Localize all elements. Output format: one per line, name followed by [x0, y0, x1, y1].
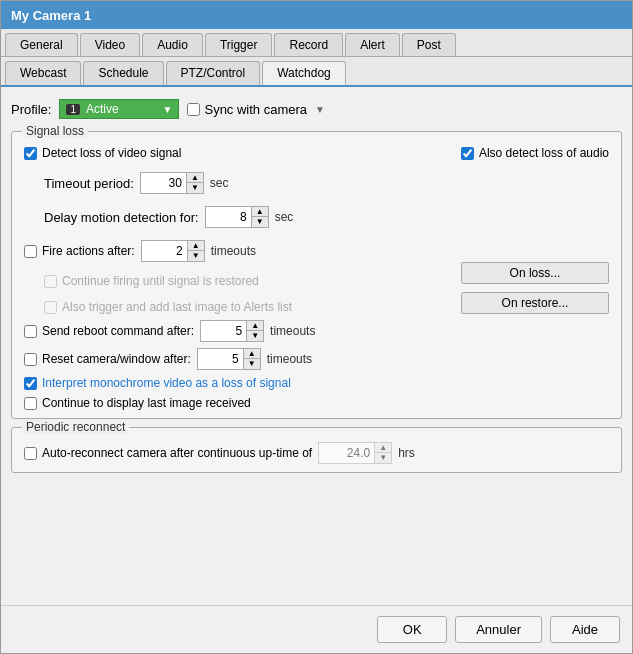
delay-input[interactable]	[206, 208, 251, 226]
reconnect-spinner-buttons: ▲ ▼	[374, 443, 391, 463]
reset-unit: timeouts	[267, 352, 312, 366]
reconnect-up-button[interactable]: ▲	[375, 443, 391, 453]
detect-audio-row: Also detect loss of audio	[461, 146, 609, 160]
tab-trigger[interactable]: Trigger	[205, 33, 273, 56]
auto-reconnect-row: Auto-reconnect camera after continuous u…	[24, 442, 609, 464]
reset-up-button[interactable]: ▲	[244, 349, 260, 359]
tab-watchdog[interactable]: Watchdog	[262, 61, 346, 85]
tab-schedule[interactable]: Schedule	[83, 61, 163, 85]
interpret-mono-checkbox[interactable]	[24, 377, 37, 390]
fire-unit: timeouts	[211, 244, 256, 258]
detect-audio-text: Also detect loss of audio	[479, 146, 609, 160]
signal-loss-title: Signal loss	[22, 124, 88, 138]
continue-display-label[interactable]: Continue to display last image received	[24, 396, 251, 410]
also-trigger-checkbox[interactable]	[44, 301, 57, 314]
reconnect-input[interactable]	[319, 444, 374, 462]
tab-record[interactable]: Record	[274, 33, 343, 56]
continue-firing-checkbox[interactable]	[44, 275, 57, 288]
sync-with-camera-label[interactable]: Sync with camera	[187, 102, 307, 117]
timeout-spinner-buttons: ▲ ▼	[186, 173, 203, 193]
profile-value: Active	[86, 102, 119, 116]
chevron-down-icon: ▼	[163, 104, 173, 115]
continue-display-checkbox[interactable]	[24, 397, 37, 410]
reconnect-unit: hrs	[398, 446, 415, 460]
reboot-spinner[interactable]: ▲ ▼	[200, 320, 264, 342]
on-restore-button[interactable]: On restore...	[461, 292, 609, 314]
tab-post[interactable]: Post	[402, 33, 456, 56]
detect-audio-label[interactable]: Also detect loss of audio	[461, 146, 609, 160]
help-button[interactable]: Aide	[550, 616, 620, 643]
fire-spinner[interactable]: ▲ ▼	[141, 240, 205, 262]
reboot-input[interactable]	[201, 322, 246, 340]
fire-spinner-buttons: ▲ ▼	[187, 241, 204, 261]
timeout-spinner[interactable]: ▲ ▼	[140, 172, 204, 194]
reset-camera-text: Reset camera/window after:	[42, 352, 191, 366]
delay-row: Delay motion detection for: ▲ ▼ sec	[44, 206, 449, 228]
timeout-unit: sec	[210, 176, 229, 190]
tab-alert[interactable]: Alert	[345, 33, 400, 56]
send-reboot-checkbox[interactable]	[24, 325, 37, 338]
fire-actions-text: Fire actions after:	[42, 244, 135, 258]
detect-video-row: Detect loss of video signal	[24, 146, 449, 160]
signal-loss-right-col: Also detect loss of audio On loss... On …	[461, 146, 609, 314]
auto-reconnect-label[interactable]: Auto-reconnect camera after continuous u…	[24, 446, 312, 460]
tab-webcast[interactable]: Webcast	[5, 61, 81, 85]
tab-row-2: Webcast Schedule PTZ/Control Watchdog	[1, 57, 632, 87]
timeout-input[interactable]	[141, 174, 186, 192]
fire-actions-checkbox[interactable]	[24, 245, 37, 258]
reconnect-spinner[interactable]: ▲ ▼	[318, 442, 392, 464]
fire-actions-label[interactable]: Fire actions after:	[24, 244, 135, 258]
sync-with-camera-text: Sync with camera	[204, 102, 307, 117]
timeout-down-button[interactable]: ▼	[187, 183, 203, 193]
reconnect-down-button[interactable]: ▼	[375, 453, 391, 463]
reboot-up-button[interactable]: ▲	[247, 321, 263, 331]
reset-camera-checkbox[interactable]	[24, 353, 37, 366]
continue-display-text: Continue to display last image received	[42, 396, 251, 410]
delay-spinner-buttons: ▲ ▼	[251, 207, 268, 227]
interpret-mono-label[interactable]: Interpret monochrome video as a loss of …	[24, 376, 291, 390]
send-reboot-label[interactable]: Send reboot command after:	[24, 324, 194, 338]
on-loss-button[interactable]: On loss...	[461, 262, 609, 284]
reboot-down-button[interactable]: ▼	[247, 331, 263, 341]
tab-ptz-control[interactable]: PTZ/Control	[166, 61, 261, 85]
also-trigger-label[interactable]: Also trigger and add last image to Alert…	[44, 300, 292, 314]
detect-video-label[interactable]: Detect loss of video signal	[24, 146, 181, 160]
timeout-label: Timeout period:	[44, 176, 134, 191]
auto-reconnect-checkbox[interactable]	[24, 447, 37, 460]
also-trigger-row: Also trigger and add last image to Alert…	[44, 300, 449, 314]
sync-with-camera-checkbox[interactable]	[187, 103, 200, 116]
also-trigger-text: Also trigger and add last image to Alert…	[62, 300, 292, 314]
reset-spinner[interactable]: ▲ ▼	[197, 348, 261, 370]
reset-camera-row: Reset camera/window after: ▲ ▼ timeouts	[24, 348, 609, 370]
main-window: My Camera 1 General Video Audio Trigger …	[0, 0, 633, 654]
cancel-button[interactable]: Annuler	[455, 616, 542, 643]
continue-firing-label[interactable]: Continue firing until signal is restored	[44, 274, 259, 288]
fire-input[interactable]	[142, 242, 187, 260]
fire-down-button[interactable]: ▼	[188, 251, 204, 261]
periodic-reconnect-title: Periodic reconnect	[22, 420, 129, 434]
chevron-down-icon-sync: ▼	[315, 104, 325, 115]
fire-up-button[interactable]: ▲	[188, 241, 204, 251]
tab-audio[interactable]: Audio	[142, 33, 203, 56]
window-title: My Camera 1	[11, 8, 91, 23]
ok-button[interactable]: OK	[377, 616, 447, 643]
continue-firing-text: Continue firing until signal is restored	[62, 274, 259, 288]
reboot-unit: timeouts	[270, 324, 315, 338]
interpret-mono-row: Interpret monochrome video as a loss of …	[24, 376, 609, 390]
reset-camera-label[interactable]: Reset camera/window after:	[24, 352, 191, 366]
detect-video-checkbox[interactable]	[24, 147, 37, 160]
delay-down-button[interactable]: ▼	[252, 217, 268, 227]
delay-spinner[interactable]: ▲ ▼	[205, 206, 269, 228]
tab-general[interactable]: General	[5, 33, 78, 56]
reset-down-button[interactable]: ▼	[244, 359, 260, 369]
send-reboot-row: Send reboot command after: ▲ ▼ timeouts	[24, 320, 609, 342]
detect-audio-checkbox[interactable]	[461, 147, 474, 160]
timeout-up-button[interactable]: ▲	[187, 173, 203, 183]
reset-input[interactable]	[198, 350, 243, 368]
delay-up-button[interactable]: ▲	[252, 207, 268, 217]
timeout-row: Timeout period: ▲ ▼ sec	[44, 172, 449, 194]
fire-actions-row: Fire actions after: ▲ ▼ timeouts	[24, 240, 449, 262]
tab-video[interactable]: Video	[80, 33, 140, 56]
profile-select[interactable]: 1 Active ▼	[59, 99, 179, 119]
title-bar: My Camera 1	[1, 1, 632, 29]
